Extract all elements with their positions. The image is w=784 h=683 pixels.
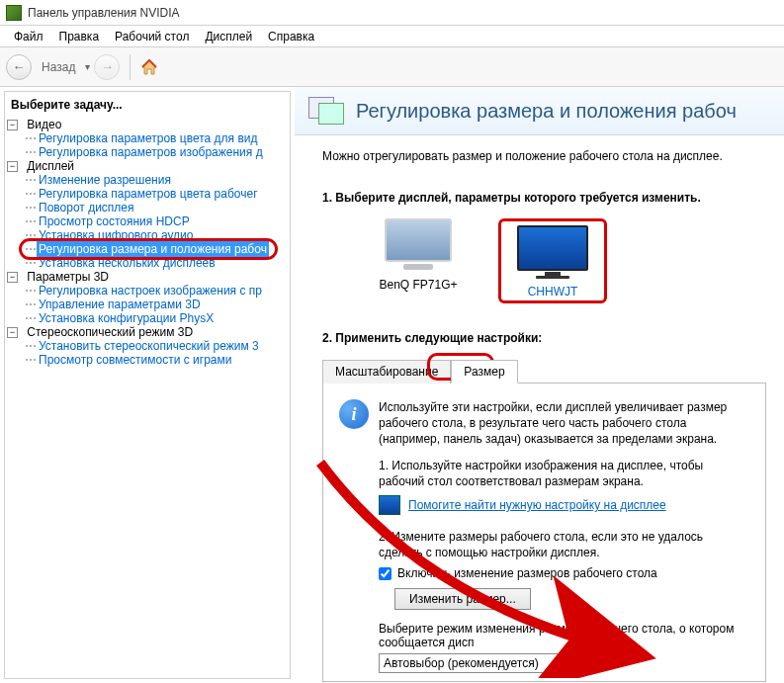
tree-group-3d[interactable]: − Параметры 3D [7, 270, 288, 284]
separator [130, 54, 131, 80]
tree-item[interactable]: ⋯Установить стереоскопический режим 3 [25, 339, 288, 353]
display-item-benq[interactable]: BenQ FP71G+ [364, 218, 473, 303]
tree-item[interactable]: ⋯Установка нескольких дисплеев [25, 256, 288, 270]
tree-group-display[interactable]: − Дисплей [7, 159, 288, 173]
select-label: Выберите режим изменения размера рабочег… [379, 622, 749, 649]
checkbox-label: Включить изменение размеров рабочего сто… [397, 566, 657, 580]
resize-mode-select[interactable]: Автовыбор (рекомендуется) ▾ [379, 653, 596, 673]
menu-desktop[interactable]: Рабочий стол [107, 28, 197, 45]
tree-group-stereo3d[interactable]: − Стереоскопический режим 3D [7, 325, 288, 339]
tree-group-video[interactable]: − Видео [7, 118, 288, 131]
tree-item[interactable]: ⋯Установка конфигурации PhysX [25, 311, 288, 325]
tree-toggle[interactable]: − [7, 272, 18, 283]
navbar: ← Назад ▾ → [0, 47, 784, 87]
tree-toggle[interactable]: − [7, 161, 18, 172]
sidebar-title: Выберите задачу... [7, 96, 288, 118]
tree-item[interactable]: ⋯Изменение разрешения [25, 173, 288, 187]
display-settings-icon [379, 495, 400, 515]
tree-item[interactable]: ⋯Установка цифрового аудио [25, 228, 288, 242]
tree-item-selected[interactable]: ⋯Регулировка размера и положения рабоч [25, 242, 288, 256]
display-label: BenQ FP71G+ [364, 278, 473, 292]
tree-item[interactable]: ⋯Регулировка параметров цвета рабочег [25, 187, 288, 201]
tab-size[interactable]: Размер [451, 360, 517, 384]
task-tree: − Видео ⋯Регулировка параметров цвета дл… [7, 118, 288, 367]
tree-item[interactable]: ⋯Регулировка параметров изображения д [25, 145, 288, 159]
nav-forward-button[interactable]: → [94, 54, 120, 80]
chevron-down-icon: ▾ [586, 658, 591, 669]
window-title: Панель управления NVIDIA [28, 6, 180, 20]
page-title: Регулировка размера и положения рабоч [356, 100, 737, 123]
tab-strip: Масштабирование Размер [322, 359, 766, 384]
sidebar: Выберите задачу... − Видео ⋯Регулировка … [4, 91, 291, 679]
main-panel: Регулировка размера и положения рабоч Мо… [295, 87, 784, 683]
monitor-icon [382, 218, 455, 272]
titlebar: Панель управления NVIDIA [0, 0, 784, 26]
tree-item[interactable]: ⋯Просмотр совместимости с играми [25, 353, 288, 367]
menubar: Файл Правка Рабочий стол Дисплей Справка [0, 26, 784, 47]
nvidia-icon [6, 5, 22, 21]
section2-heading: 2. Применить следующие настройки: [322, 331, 766, 345]
step2-text: 2. Измените размеры рабочего стола, если… [379, 529, 749, 560]
menu-display[interactable]: Дисплей [197, 28, 260, 45]
resize-button[interactable]: Изменить размер... [394, 588, 531, 610]
step1-text: 1. Используйте настройки изображения на … [379, 458, 749, 489]
select-value: Автовыбор (рекомендуется) [384, 656, 539, 670]
monitor-icon [516, 225, 589, 279]
tree-item[interactable]: ⋯Регулировка настроек изображения с пр [25, 284, 288, 298]
display-label: CHHWJT [503, 285, 602, 299]
nav-back-button[interactable]: ← [6, 54, 32, 80]
tab-scaling[interactable]: Масштабирование [322, 360, 451, 384]
tree-toggle[interactable]: − [7, 120, 18, 130]
home-icon[interactable] [140, 58, 158, 76]
tab-panel-size: i Используйте эти настройки, если диспле… [322, 384, 766, 682]
tree-item[interactable]: ⋯Поворот дисплея [25, 201, 288, 214]
tree-item[interactable]: ⋯Просмотр состояния HDCP [25, 214, 288, 228]
tree-toggle[interactable]: − [7, 327, 18, 338]
display-picker: BenQ FP71G+ CHHWJT [364, 218, 766, 303]
enable-resize-checkbox[interactable] [379, 567, 392, 580]
section1-heading: 1. Выберите дисплей, параметры которого … [322, 191, 766, 205]
menu-edit[interactable]: Правка [51, 28, 108, 45]
menu-file[interactable]: Файл [6, 28, 51, 45]
display-item-chhwjt[interactable]: CHHWJT [498, 218, 607, 303]
info-text: Используйте эти настройки, если дисплей … [379, 399, 749, 448]
info-icon: i [339, 399, 369, 429]
page-description: Можно отрегулировать размер и положение … [322, 149, 766, 163]
tree-item[interactable]: ⋯Регулировка параметров цвета для вид [25, 131, 288, 145]
nav-back-label: Назад [42, 60, 75, 74]
chevron-down-icon[interactable]: ▾ [85, 61, 90, 72]
desktop-size-icon [308, 95, 346, 127]
menu-help[interactable]: Справка [260, 28, 322, 45]
help-link[interactable]: Помогите найти нужную настройку на диспл… [408, 498, 666, 512]
main-header: Регулировка размера и положения рабоч [295, 87, 784, 135]
tree-item[interactable]: ⋯Управление параметрами 3D [25, 298, 288, 311]
